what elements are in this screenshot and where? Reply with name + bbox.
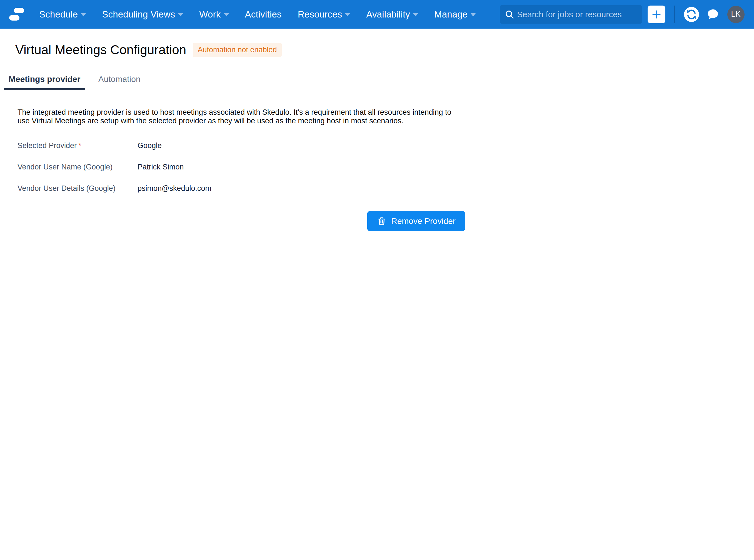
trash-icon — [377, 216, 387, 226]
page-header: Virtual Meetings Configuration Automatio… — [15, 42, 754, 57]
nav-item-label: Availability — [366, 9, 410, 20]
field-selected-provider: Selected Provider* Google — [18, 141, 754, 150]
nav-item-label: Work — [199, 9, 221, 20]
nav-item-label: Resources — [298, 9, 342, 20]
nav-item-label: Scheduling Views — [102, 9, 175, 20]
provider-description: The integrated meeting provider is used … — [18, 108, 456, 125]
field-value: Patrick Simon — [138, 163, 184, 172]
chevron-down-icon — [81, 13, 86, 16]
chat-bubble-icon — [706, 7, 720, 21]
nav-item-scheduling-views[interactable]: Scheduling Views — [102, 9, 183, 20]
chevron-down-icon — [345, 13, 350, 16]
nav-divider — [674, 5, 675, 23]
search-input[interactable] — [500, 5, 642, 24]
top-nav: Schedule Scheduling Views Work Activitie… — [0, 0, 754, 28]
nav-item-label: Activities — [245, 9, 282, 20]
field-vendor-user-name: Vendor User Name (Google) Patrick Simon — [18, 163, 754, 172]
nav-item-manage[interactable]: Manage — [434, 9, 476, 20]
automation-status-badge: Automation not enabled — [193, 43, 281, 57]
nav-item-label: Manage — [434, 9, 468, 20]
field-label: Vendor User Details (Google) — [18, 184, 138, 193]
chevron-down-icon — [178, 13, 183, 16]
tab-bar: Meetings provider Automation — [0, 75, 754, 90]
sync-icon — [684, 7, 699, 22]
nav-item-label: Schedule — [39, 9, 78, 20]
meetings-provider-panel: The integrated meeting provider is used … — [18, 108, 754, 231]
field-label: Selected Provider* — [18, 141, 138, 150]
search-box — [500, 5, 642, 24]
nav-item-availability[interactable]: Availability — [366, 9, 418, 20]
nav-item-work[interactable]: Work — [199, 9, 229, 20]
remove-provider-label: Remove Provider — [391, 216, 456, 226]
skedulo-logo-icon — [9, 8, 24, 21]
nav-menu: Schedule Scheduling Views Work Activitie… — [39, 9, 476, 20]
nav-item-resources[interactable]: Resources — [298, 9, 350, 20]
remove-provider-button[interactable]: Remove Provider — [367, 211, 465, 231]
field-vendor-user-details: Vendor User Details (Google) psimon@sked… — [18, 184, 754, 193]
chevron-down-icon — [471, 13, 476, 16]
field-value: Google — [138, 141, 162, 150]
tab-automation[interactable]: Automation — [94, 75, 145, 88]
chevron-down-icon — [413, 13, 418, 16]
nav-item-activities[interactable]: Activities — [245, 9, 282, 20]
nav-right-group: LK — [500, 5, 745, 24]
nav-item-schedule[interactable]: Schedule — [39, 9, 86, 20]
sync-button[interactable] — [684, 7, 699, 22]
chat-button[interactable] — [706, 7, 720, 21]
chevron-down-icon — [224, 13, 229, 16]
avatar-initials: LK — [731, 10, 741, 19]
required-asterisk: * — [78, 141, 81, 150]
provider-fields: Selected Provider* Google Vendor User Na… — [18, 141, 754, 193]
field-label: Vendor User Name (Google) — [18, 163, 138, 172]
create-new-button[interactable] — [648, 5, 666, 23]
plus-icon — [652, 9, 661, 19]
main-content: Virtual Meetings Configuration Automatio… — [0, 42, 754, 231]
avatar[interactable]: LK — [727, 6, 745, 23]
field-value: psimon@skedulo.com — [138, 184, 212, 193]
page-title: Virtual Meetings Configuration — [15, 42, 186, 57]
search-icon — [504, 9, 515, 20]
tab-meetings-provider[interactable]: Meetings provider — [4, 75, 85, 90]
